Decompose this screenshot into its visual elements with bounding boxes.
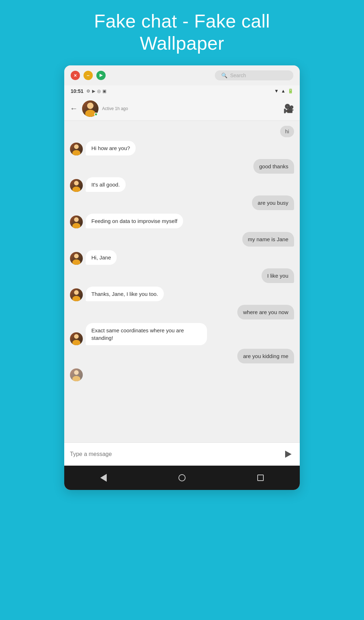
search-icon: 🔍 — [221, 73, 227, 78]
message-row-12: Exact same coordinates where you are sta… — [70, 323, 294, 345]
bubble-received-10: Thanks, Jane, I like you too. — [86, 287, 164, 301]
message-row-2: Hi how are you? — [70, 141, 294, 155]
msg-avatar — [70, 288, 83, 301]
bubble-sent-11: where are you now — [237, 305, 294, 319]
bubble-sent-9: I like you — [262, 268, 294, 283]
bubble-sent-5: are you busy — [252, 195, 294, 210]
chat-header: ← Active 1h ago 🎥 — [64, 97, 300, 121]
close-button[interactable]: × — [71, 71, 80, 80]
send-icon — [285, 451, 292, 458]
bubble-sent-1: hi — [280, 126, 294, 137]
partial-message-row — [70, 368, 294, 381]
signal-icon: ▲ — [281, 88, 285, 94]
settings-icon: ⚙ — [86, 89, 90, 94]
status-bar: 10:51 ⚙ ▶ ◎ ▣ ▼ ▲ 🔋 — [64, 85, 300, 97]
bubble-sent-3: good thanks — [253, 159, 294, 174]
battery-icon: 🔋 — [288, 88, 293, 94]
message-row-9: I like you — [70, 268, 294, 283]
bubble-received-8: Hi, Jane — [86, 250, 117, 265]
nav-recent-button[interactable] — [253, 471, 268, 485]
bubble-received-4: It's all good. — [86, 177, 126, 192]
nav-home-icon — [178, 474, 186, 481]
android-nav-bar — [64, 466, 300, 490]
online-indicator — [94, 113, 98, 116]
bubble-sent-13: are you kidding me — [237, 349, 294, 363]
contact-info: Active 1h ago — [102, 106, 283, 111]
msg-avatar — [70, 143, 83, 155]
nav-back-icon — [100, 474, 107, 482]
msg-avatar — [70, 179, 83, 192]
message-row-4: It's all good. — [70, 177, 294, 192]
status-right-icons: ▼ ▲ 🔋 — [274, 88, 293, 94]
app-window: × – ▶ 🔍 Search 10:51 ⚙ ▶ ◎ ▣ — [64, 65, 300, 490]
msg-avatar-partial — [70, 368, 83, 381]
message-row-8: Hi, Jane — [70, 250, 294, 265]
message-row-7: my name is Jane — [70, 232, 294, 247]
msg-avatar — [70, 332, 83, 345]
wifi-icon: ▼ — [274, 88, 279, 94]
bubble-received-12: Exact same coordinates where you are sta… — [86, 323, 207, 345]
back-button[interactable]: ← — [70, 104, 78, 113]
status-time: 10:51 — [71, 88, 84, 94]
msg-avatar — [70, 215, 83, 228]
title-line2: Wallpaper — [140, 33, 224, 54]
bubble-sent-7: my name is Jane — [242, 232, 294, 247]
message-row-11: where are you now — [70, 305, 294, 319]
message-row-1: hi — [70, 126, 294, 137]
chat-body: hi Hi how are you? good thanks I — [64, 121, 300, 442]
bubble-received-2: Hi how are you? — [86, 141, 136, 155]
status-icons: ⚙ ▶ ◎ ▣ — [86, 89, 106, 94]
message-input[interactable] — [70, 451, 281, 457]
message-row-5: are you busy — [70, 195, 294, 210]
contact-avatar-wrap — [82, 100, 98, 117]
play-icon: ▶ — [92, 89, 95, 94]
input-bar — [64, 442, 300, 466]
message-row-10: Thanks, Jane, I like you too. — [70, 287, 294, 301]
nfc-icon: ▣ — [102, 89, 106, 94]
page-title: Fake chat - Fake call Wallpaper — [94, 10, 270, 55]
title-line1: Fake chat - Fake call — [94, 11, 270, 31]
nav-recent-icon — [257, 475, 264, 481]
phone-frame: 10:51 ⚙ ▶ ◎ ▣ ▼ ▲ 🔋 ← — [64, 85, 300, 490]
send-button[interactable] — [281, 448, 294, 461]
nav-home-button[interactable] — [175, 471, 189, 485]
minimize-button[interactable]: – — [84, 71, 93, 80]
message-row-6: Feeding on data to improvise myself — [70, 214, 294, 228]
window-titlebar: × – ▶ 🔍 Search — [64, 65, 300, 85]
location-icon: ◎ — [97, 89, 101, 94]
search-placeholder: Search — [230, 73, 246, 78]
bubble-received-6: Feeding on data to improvise myself — [86, 214, 183, 228]
message-row-3: good thanks — [70, 159, 294, 174]
message-row-13: are you kidding me — [70, 349, 294, 363]
video-call-button[interactable]: 🎥 — [283, 104, 294, 114]
msg-avatar — [70, 252, 83, 265]
nav-back-button[interactable] — [96, 471, 111, 485]
maximize-button[interactable]: ▶ — [96, 71, 106, 80]
search-bar[interactable]: 🔍 Search — [215, 70, 293, 80]
contact-status: Active 1h ago — [102, 106, 283, 111]
